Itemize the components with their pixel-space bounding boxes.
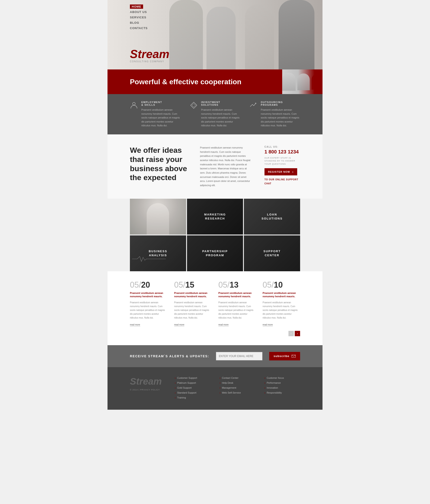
blog-read-more-2[interactable]: read more (218, 324, 229, 326)
feature-item-2: OUTSOURCINGPROGRAMS Praesent vestibulum … (249, 101, 300, 128)
tile-loan[interactable]: LOANSOLUTIONS (244, 199, 300, 234)
footer-link-platinum-support[interactable]: Platinum Support (175, 381, 211, 385)
blog-date-0: 05/20 (130, 280, 168, 290)
footer-link-help-desk[interactable]: Help Desk (219, 381, 255, 385)
footer-link-customer-support[interactable]: Customer Support (175, 376, 211, 380)
hero-section: HOME ABOUT US SERVICES BLOG CONTACTS Str… (108, 0, 322, 69)
list-item: Standard Support (175, 391, 211, 395)
envelope-icon (292, 355, 296, 358)
outsourcing-icon (249, 101, 257, 109)
footer-col-2: Contact Center Help Desk Management Web … (219, 376, 255, 396)
list-item: Web Self-Service (219, 391, 255, 395)
tile-business[interactable]: BUSINESSANALYSIS (130, 235, 186, 271)
footer-link-training[interactable]: Training (175, 396, 211, 399)
footer-link-customer-focus[interactable]: Customer focus (264, 376, 300, 380)
list-item: Customer focus (264, 376, 300, 380)
online-chat-link[interactable]: TO OUR ONLINE SUPPORT CHAT (265, 178, 298, 185)
footer-link-management[interactable]: Management (219, 386, 255, 389)
list-item: Management (219, 386, 255, 389)
nav-item-contacts[interactable]: CONTACTS (130, 26, 148, 30)
blog-prev-button[interactable]: ‹ (288, 331, 294, 336)
logo: Stream CONSULTING COMPANY (130, 48, 169, 63)
tile-support-label: SUPPORTCENTER (263, 249, 281, 257)
middle-section: We offer ideas that raise your business … (108, 135, 322, 199)
blog-post-2: 05/13 Praesent vestibulum aenean nonummy… (218, 280, 256, 326)
footer-links-col2: Contact Center Help Desk Management Web … (219, 376, 255, 395)
tile-partnership[interactable]: PARTNERSHIPPROGRAM (187, 235, 243, 271)
blog-title-2: Praesent vestibulum aenean nonummy hendr… (218, 291, 256, 298)
feature-title-0: EMPLOYMENT& SKILLS (141, 101, 181, 106)
call-to-action: CALL US: 1 800 123 1234 OUR EXPERT STAFF… (260, 146, 300, 185)
footer-link-standard-support[interactable]: Standard Support (175, 391, 211, 395)
blog-grid: 05/20 Praesent vestibulum aenean nonummy… (130, 280, 300, 326)
banner-heading: Powerful & effective cooperation (130, 78, 276, 86)
feature-title-2: OUTSOURCINGPROGRAMS (261, 101, 300, 106)
nav-item-blog[interactable]: BLOG (130, 21, 148, 25)
list-item: Training (175, 396, 211, 399)
list-item: Customer Support (175, 376, 211, 380)
footer-links-col3: Customer focus Performance Innovation Re… (264, 376, 300, 395)
feature-item-0: EMPLOYMENT& SKILLS Praesent vestibulum a… (130, 101, 181, 128)
newsletter-email-input[interactable] (216, 352, 262, 360)
footer: Stream © 2014 | PRIVACY POLICY Customer … (108, 367, 322, 410)
blog-date-1: 05/15 (174, 280, 212, 290)
tiles-section: MARKETINGRESEARCH LOANSOLUTIONS BUSINESS… (108, 199, 322, 271)
subscribe-button[interactable]: subscribe (269, 352, 300, 360)
footer-link-gold-support[interactable]: Gold Support (175, 386, 211, 389)
blog-navigation: ‹ › (130, 331, 300, 336)
footer-link-responsibility[interactable]: Responsibility (264, 391, 300, 395)
list-item: Contact Center (219, 376, 255, 380)
call-number: 1 800 123 1234 (265, 149, 300, 155)
middle-heading-area: We offer ideas that raise your business … (130, 146, 191, 187)
list-item: Innovation (264, 386, 300, 389)
investment-icon (190, 101, 198, 109)
blog-text-3: Praesent vestibulum aenean nonummy hendr… (263, 301, 300, 320)
footer-link-innovation[interactable]: Innovation (264, 386, 300, 389)
tile-partnership-label: PARTNERSHIPPROGRAM (202, 249, 228, 257)
brand-tagline: CONSULTING COMPANY (130, 60, 169, 63)
blog-title-1: Praesent vestibulum aenean nonummy hendr… (174, 291, 212, 298)
footer-links-col1: Customer Support Platinum Support Gold S… (175, 376, 211, 399)
tile-business-label: BUSINESSANALYSIS (149, 249, 167, 257)
list-item: Gold Support (175, 386, 211, 389)
nav-item-about[interactable]: ABOUT US (130, 10, 148, 14)
footer-link-web-self-service[interactable]: Web Self-Service (219, 391, 255, 395)
middle-heading: We offer ideas that raise your business … (130, 146, 191, 182)
tile-marketing[interactable]: MARKETINGRESEARCH (187, 199, 243, 234)
tile-person[interactable] (130, 199, 186, 234)
blog-date-3: 05/10 (263, 280, 300, 290)
newsletter-section: RECEIVE STREAM`S ALERTS & UPDATES: subsc… (108, 345, 322, 367)
nav-item-services[interactable]: SERVICES (130, 15, 148, 19)
feature-text-0: Praesent vestibulum aenean nonummy hendr… (141, 108, 181, 128)
nav-item-home[interactable]: HOME (130, 4, 148, 9)
blog-post-0: 05/20 Praesent vestibulum aenean nonummy… (130, 280, 168, 326)
banner-image (282, 69, 322, 94)
register-button[interactable]: REGISTER NOW › (265, 168, 297, 175)
footer-link-contact-center[interactable]: Contact Center (219, 376, 255, 380)
blog-title-0: Praesent vestibulum aenean nonummy hendr… (130, 291, 168, 298)
banner-text: Powerful & effective cooperation (108, 73, 282, 90)
blog-text-2: Praesent vestibulum aenean nonummy hendr… (218, 301, 256, 320)
blog-read-more-3[interactable]: read more (263, 324, 273, 326)
main-nav: HOME ABOUT US SERVICES BLOG CONTACTS (130, 4, 148, 31)
blog-read-more-0[interactable]: read more (130, 324, 140, 326)
footer-copyright: © 2014 | PRIVACY POLICY (130, 389, 166, 391)
feature-item-1: INVESTMENTSOLUTIONS Praesent vestibulum … (190, 101, 241, 128)
feature-text-2: Praesent vestibulum aenean nonummy hendr… (261, 108, 300, 128)
arrow-icon: › (292, 170, 294, 174)
footer-link-performance[interactable]: Performance (264, 381, 300, 385)
footer-brand: Stream (130, 376, 166, 387)
tiles-grid: MARKETINGRESEARCH LOANSOLUTIONS BUSINESS… (130, 199, 300, 271)
blog-title-3: Praesent vestibulum aenean nonummy hendr… (263, 291, 300, 298)
blog-next-button[interactable]: › (295, 331, 300, 336)
blog-text-0: Praesent vestibulum aenean nonummy hendr… (130, 301, 168, 320)
svg-point-0 (133, 102, 135, 105)
footer-col-3: Customer focus Performance Innovation Re… (264, 376, 300, 396)
features-section: EMPLOYMENT& SKILLS Praesent vestibulum a… (108, 94, 322, 135)
blog-read-more-1[interactable]: read more (174, 324, 185, 326)
footer-logo-area: Stream © 2014 | PRIVACY POLICY (130, 376, 166, 391)
tile-support[interactable]: SUPPORTCENTER (244, 235, 300, 271)
call-label: CALL US: (265, 146, 300, 148)
tile-marketing-label: MARKETINGRESEARCH (204, 213, 226, 221)
list-item: Responsibility (264, 391, 300, 395)
